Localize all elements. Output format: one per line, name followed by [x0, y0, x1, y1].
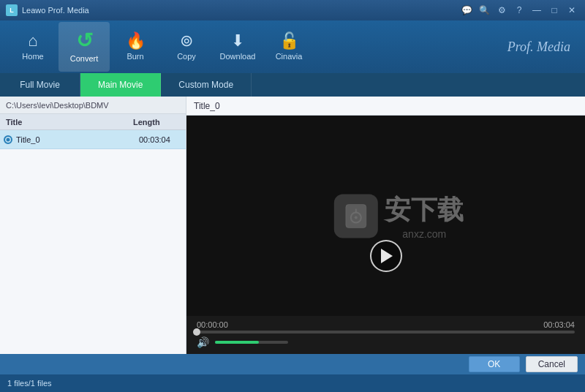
app-icon: L — [6, 4, 18, 16]
progress-track[interactable] — [197, 331, 575, 333]
tab-full-movie[interactable]: Full Movie — [0, 73, 80, 97]
gear-icon[interactable]: ⚙ — [494, 3, 509, 18]
current-time: 00:00:00 — [197, 320, 228, 329]
chat-icon[interactable]: 💬 — [459, 3, 474, 18]
close-icon[interactable]: ✕ — [565, 3, 579, 18]
file-row[interactable]: Title_0 00:03:04 — [0, 130, 186, 149]
title-bar-right: 💬 🔍 ⚙ ? — □ ✕ — [459, 3, 579, 18]
file-name: Title_0 — [16, 135, 133, 144]
left-panel: C:\Users\levi\Desktop\BDMV Title Length … — [0, 97, 186, 354]
watermark: 安下载 anxz.com — [333, 192, 464, 240]
convert-icon: ↺ — [76, 31, 93, 51]
nav-burn-label: Burn — [127, 52, 143, 61]
volume-fill — [215, 341, 259, 344]
video-title: Title_0 — [186, 97, 585, 116]
help-icon[interactable]: ? — [512, 3, 526, 18]
watermark-sub: anxz.com — [385, 228, 464, 240]
ok-button[interactable]: OK — [469, 356, 520, 372]
nav-copy-label: Copy — [177, 52, 196, 61]
video-controls: 00:00:00 00:03:04 🔊 — [186, 316, 585, 354]
title-bar-left: L Leawo Prof. Media — [6, 4, 89, 16]
time-row: 00:00:00 00:03:04 — [197, 316, 575, 331]
copy-icon: ⊚ — [180, 33, 193, 49]
nav-home-label: Home — [22, 52, 43, 61]
main-content: C:\Users\levi\Desktop\BDMV Title Length … — [0, 97, 585, 354]
nav-download[interactable]: ⬇ Download — [212, 22, 263, 72]
total-time: 00:03:04 — [543, 320, 575, 329]
nav-convert[interactable]: ↺ Convert — [58, 22, 110, 72]
controls-bottom: 🔊 — [197, 336, 575, 351]
play-button[interactable] — [370, 240, 402, 272]
watermark-content: 安下载 anxz.com — [385, 192, 464, 240]
nav-home[interactable]: ⌂ Home — [7, 22, 58, 72]
play-triangle-icon — [381, 249, 393, 263]
nav-toolbar: ⌂ Home ↺ Convert 🔥 Burn ⊚ Copy ⬇ Downloa… — [0, 20, 585, 73]
col-title: Title — [0, 118, 127, 127]
path-text: C:\Users\levi\Desktop\BDMV — [6, 101, 109, 110]
search-icon[interactable]: 🔍 — [477, 3, 491, 18]
brand-logo: Prof. Media — [507, 39, 570, 55]
nav-copy[interactable]: ⊚ Copy — [161, 22, 212, 72]
title-bar: L Leawo Prof. Media 💬 🔍 ⚙ ? — □ ✕ — [0, 0, 585, 20]
svg-point-4 — [354, 216, 357, 219]
status-bar: 1 files/1 files — [0, 374, 585, 392]
cancel-button[interactable]: Cancel — [526, 356, 578, 372]
nav-cinavia-label: Cinavia — [276, 52, 303, 61]
video-area: 安下载 anxz.com — [186, 116, 585, 316]
file-list-header: Title Length — [0, 114, 186, 130]
status-text: 1 files/1 files — [7, 379, 52, 388]
download-icon: ⬇ — [231, 33, 244, 49]
col-length: Length — [127, 118, 186, 127]
path-bar: C:\Users\levi\Desktop\BDMV — [0, 97, 186, 114]
tab-custom-mode[interactable]: Custom Mode — [161, 73, 252, 97]
file-list: Title_0 00:03:04 — [0, 130, 186, 354]
maximize-icon[interactable]: □ — [547, 3, 562, 18]
nav-download-label: Download — [220, 52, 256, 61]
volume-track[interactable] — [215, 341, 288, 344]
bottom-bar: OK Cancel — [0, 354, 585, 374]
progress-thumb[interactable] — [193, 328, 200, 336]
burn-icon: 🔥 — [126, 33, 146, 49]
watermark-text: 安下载 — [385, 192, 464, 228]
file-length: 00:03:04 — [133, 135, 186, 144]
right-panel: Title_0 安下载 anxz.com — [186, 97, 585, 354]
svg-point-1 — [7, 137, 10, 141]
tab-bar: Full Movie Main Movie Custom Mode — [0, 73, 585, 97]
watermark-icon — [333, 194, 377, 238]
nav-convert-label: Convert — [70, 54, 99, 63]
app-title: Leawo Prof. Media — [22, 6, 89, 15]
file-selected-icon — [0, 135, 16, 144]
volume-icon: 🔊 — [197, 336, 209, 348]
cinavia-icon: 🔓 — [279, 33, 299, 49]
minimize-icon[interactable]: — — [529, 3, 544, 18]
nav-burn[interactable]: 🔥 Burn — [110, 22, 161, 72]
nav-items: ⌂ Home ↺ Convert 🔥 Burn ⊚ Copy ⬇ Downloa… — [7, 22, 314, 72]
tab-main-movie[interactable]: Main Movie — [80, 73, 161, 97]
nav-cinavia[interactable]: 🔓 Cinavia — [263, 22, 314, 72]
home-icon: ⌂ — [28, 33, 37, 49]
